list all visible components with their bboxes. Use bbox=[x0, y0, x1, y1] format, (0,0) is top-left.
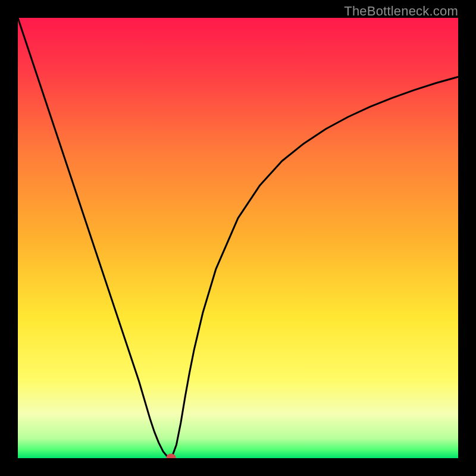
gradient-background bbox=[18, 18, 458, 458]
chart-frame bbox=[18, 18, 458, 458]
watermark-text: TheBottleneck.com bbox=[344, 4, 458, 19]
bottleneck-chart bbox=[18, 18, 458, 458]
